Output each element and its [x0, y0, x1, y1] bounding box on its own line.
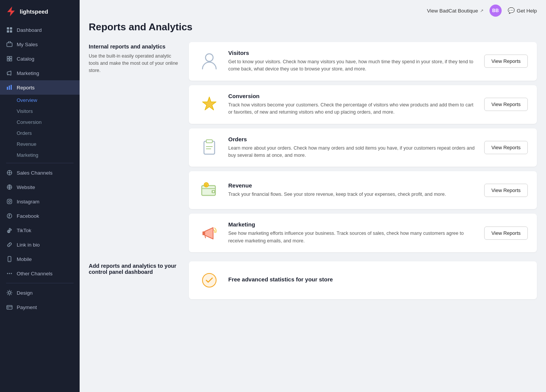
bottom-card-title: Free advanced statistics for your store	[228, 276, 333, 283]
help-label: Get Help	[517, 8, 537, 14]
sidebar-item-payment-label: Payment	[17, 305, 37, 310]
orders-card: Orders Learn more about your orders. Che…	[189, 128, 537, 167]
sidebar-item-dashboard[interactable]: Dashboard	[0, 23, 80, 37]
sidebar-item-sales-channels[interactable]: Sales Channels	[0, 166, 80, 180]
sidebar-item-my-sales[interactable]: My Sales	[0, 37, 80, 52]
sidebar-item-website-label: Website	[17, 184, 35, 190]
sidebar-sub-revenue[interactable]: Revenue	[0, 139, 80, 150]
svg-point-22	[206, 54, 213, 61]
logo-icon	[6, 6, 17, 17]
view-store-label: View BadCat Boutique	[427, 8, 478, 14]
sidebar-item-instagram[interactable]: Instagram	[0, 194, 80, 209]
sidebar-item-marketing-label: Marketing	[17, 70, 39, 76]
bottom-card-icon	[198, 269, 221, 292]
page-title: Reports and Analytics	[89, 21, 537, 33]
sidebar-item-design-label: Design	[17, 290, 33, 296]
marketing-card-title: Marketing	[228, 221, 477, 228]
sidebar-sub-visitors[interactable]: Visitors	[0, 106, 80, 117]
conversion-card-text: Conversion Track how visitors become you…	[228, 93, 477, 116]
svg-rect-1	[10, 27, 12, 30]
sidebar-item-reports[interactable]: Reports	[0, 80, 80, 95]
sidebar-sub-overview-label: Overview	[17, 97, 37, 103]
svg-rect-25	[206, 140, 212, 143]
sales-channels-icon	[6, 169, 13, 176]
sidebar-sub-revenue-label: Revenue	[17, 141, 36, 147]
svg-point-18	[11, 273, 12, 274]
revenue-card: $ Revenue Track your financial flows. Se…	[189, 171, 537, 209]
sidebar-sub-overview[interactable]: Overview	[0, 95, 80, 106]
avatar[interactable]: BB	[490, 5, 502, 17]
sidebar-item-catalog-label: Catalog	[17, 56, 35, 62]
link-icon	[6, 241, 13, 248]
sidebar-item-sales-channels-label: Sales Channels	[17, 170, 53, 176]
svg-point-30	[213, 191, 214, 192]
sidebar-item-website[interactable]: Website	[0, 180, 80, 194]
svg-point-13	[7, 214, 12, 218]
svg-rect-33	[202, 231, 205, 235]
chat-icon: 💬	[508, 7, 515, 14]
svg-point-34	[202, 273, 216, 287]
sidebar-item-marketing[interactable]: Marketing	[0, 66, 80, 80]
facebook-icon	[6, 212, 13, 219]
sidebar: lightspeed Dashboard My Sales Catalog Ma…	[0, 0, 80, 392]
other-channels-icon	[6, 270, 13, 277]
sidebar-item-link-in-bio[interactable]: Link in bio	[0, 237, 80, 252]
marketing-view-reports-button[interactable]: View Reports	[484, 226, 528, 240]
orders-view-reports-button[interactable]: View Reports	[484, 141, 528, 154]
view-store-link[interactable]: View BadCat Boutique ↗	[427, 8, 483, 14]
visitors-card-title: Visitors	[228, 50, 477, 56]
sidebar-sub-marketing[interactable]: Marketing	[0, 150, 80, 161]
sidebar-item-other-channels[interactable]: Other Channels	[0, 266, 80, 281]
svg-point-15	[9, 261, 10, 261]
visitors-view-reports-button[interactable]: View Reports	[484, 55, 528, 68]
svg-point-17	[7, 273, 8, 274]
svg-rect-3	[10, 30, 12, 33]
svg-point-16	[9, 273, 10, 274]
conversion-icon	[198, 93, 221, 116]
sidebar-item-design[interactable]: Design	[0, 286, 80, 300]
revenue-card-text: Revenue Track your financial flows. See …	[228, 182, 477, 198]
sidebar-sub-orders-label: Orders	[17, 130, 32, 136]
svg-rect-6	[9, 86, 10, 90]
get-help-button[interactable]: 💬 Get Help	[508, 7, 537, 14]
sidebar-sub-orders[interactable]: Orders	[0, 128, 80, 139]
avatar-initials: BB	[492, 8, 499, 13]
svg-point-19	[8, 292, 11, 294]
sidebar-item-tiktok[interactable]: TikTok	[0, 223, 80, 237]
sidebar-item-mobile[interactable]: Mobile	[0, 252, 80, 266]
sidebar-item-instagram-label: Instagram	[17, 199, 39, 205]
visitors-card: Visitors Get to know your visitors. Chec…	[189, 42, 537, 81]
sidebar-item-facebook[interactable]: Facebook	[0, 209, 80, 223]
sidebar-item-reports-label: Reports	[17, 85, 35, 91]
revenue-view-reports-button[interactable]: View Reports	[484, 184, 528, 197]
sidebar-item-catalog[interactable]: Catalog	[0, 52, 80, 66]
website-icon	[6, 184, 13, 191]
conversion-card-desc: Track how visitors become your customers…	[228, 102, 477, 116]
visitors-icon	[198, 50, 221, 73]
bottom-card-text: Free advanced statistics for your store	[228, 276, 333, 285]
internal-section: Internal reports and analytics Use the b…	[89, 42, 537, 252]
sidebar-item-other-channels-label: Other Channels	[17, 271, 53, 276]
sidebar-sub-visitors-label: Visitors	[17, 108, 33, 114]
marketing-icon	[6, 70, 13, 77]
bottom-section-heading: Add reports and analytics to your contro…	[89, 263, 180, 275]
app-name: lightspeed	[20, 8, 48, 15]
svg-rect-0	[7, 27, 9, 30]
external-link-icon: ↗	[480, 8, 483, 13]
sidebar-item-payment[interactable]: Payment	[0, 300, 80, 314]
sidebar-divider-2	[6, 283, 74, 283]
orders-card-text: Orders Learn more about your orders. Che…	[228, 136, 477, 159]
svg-point-12	[11, 200, 11, 201]
app-logo[interactable]: lightspeed	[0, 0, 80, 23]
sidebar-sub-conversion[interactable]: Conversion	[0, 117, 80, 128]
sidebar-divider-1	[6, 163, 74, 163]
page-content: Reports and Analytics Internal reports a…	[80, 21, 546, 308]
revenue-icon: $	[198, 179, 221, 201]
bottom-section-left: Add reports and analytics to your contro…	[89, 261, 180, 299]
svg-rect-5	[7, 87, 8, 90]
sidebar-item-link-in-bio-label: Link in bio	[17, 242, 40, 248]
conversion-view-reports-button[interactable]: View Reports	[484, 98, 528, 111]
svg-rect-4	[7, 43, 12, 47]
instagram-icon	[6, 198, 13, 205]
internal-section-desc: Use the built-in easily operated analyti…	[89, 53, 180, 74]
